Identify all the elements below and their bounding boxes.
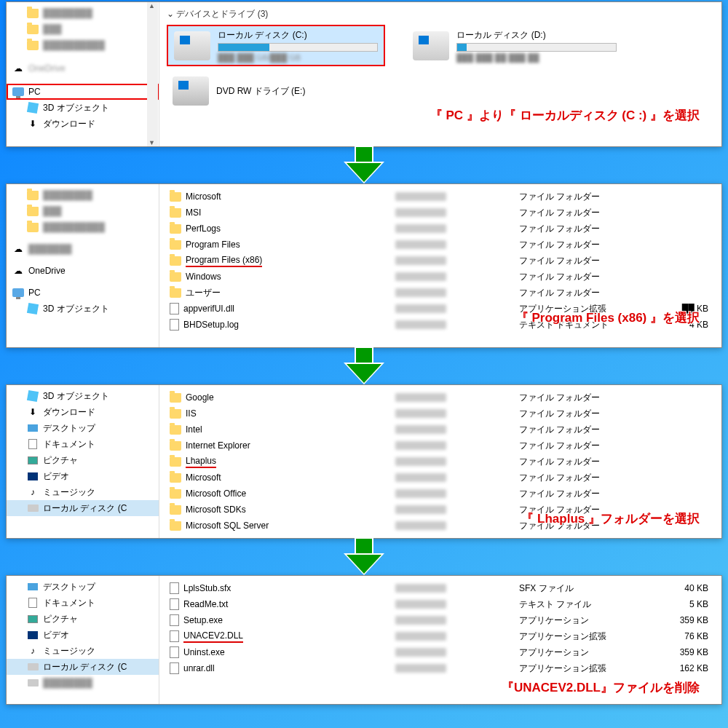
tree-label: ██████████ [43,40,105,50]
cloud-icon: ☁ [12,265,24,277]
folder-icon [170,272,181,282]
folder-row[interactable]: Googleファイル フォルダー [167,389,714,405]
file-date [395,664,519,673]
file-type: ファイル フォルダー [519,191,657,203]
main-pane: Googleファイル フォルダーIISファイル フォルダーIntelファイル フ… [159,385,721,538]
file-row[interactable]: Setup.exeアプリケーション359 KB [167,612,714,628]
tree-item-onedrive[interactable]: ☁OneDrive [7,263,159,279]
tree-item-3d[interactable]: 3D オブジェクト [7,301,159,317]
tree-item-pictures[interactable]: ピクチャ [7,611,159,627]
tree-item[interactable]: ████████ [7,187,159,203]
tree-item[interactable]: ███ [7,203,159,219]
folder-row[interactable]: Lhaplusファイル フォルダー [167,454,714,470]
drive-drive_c[interactable]: ローカル ディスク (C:)███ ███ GB/███ GB [167,25,385,66]
file-date [395,192,519,201]
file-row[interactable]: UNACEV2.DLLアプリケーション拡張76 KB [167,628,714,644]
tree-item[interactable]: ☁███████ [7,241,159,257]
file-row[interactable]: unrar.dllアプリケーション拡張162 KB [167,660,714,676]
file-icon [170,614,179,626]
drive-label: ローカル ディスク (C:) [218,29,378,41]
tree-item-desktop[interactable]: デスクトップ [7,579,159,595]
tree-label: デスクトップ [43,422,95,435]
scrollbar[interactable] [147,2,158,146]
folder-row[interactable]: Program Files (x86)ファイル フォルダー [167,253,714,269]
file-name: Lhaplus [186,456,216,468]
drive-progress [218,43,378,52]
tree-item-pc[interactable]: PC [7,285,159,301]
tree-item[interactable]: ████████ [7,675,159,691]
drive-label: DVD RW ドライブ (E:) [216,85,305,98]
folder-row[interactable]: Program Filesファイル フォルダー [167,237,714,253]
file-date [395,648,519,657]
folder-row[interactable]: MSIファイル フォルダー [167,205,714,221]
folder-row[interactable]: Internet Explorerファイル フォルダー [167,438,714,454]
tree-item-music[interactable]: ♪ミュージック [7,643,159,659]
tree-item-blur[interactable]: ████████ [7,5,159,21]
folder-row[interactable]: IISファイル フォルダー [167,405,714,422]
folder-icon [170,489,181,499]
pc-icon [12,86,24,98]
tree-item-pc[interactable]: PC [7,84,159,100]
dvd-icon [173,76,209,106]
folder-row[interactable]: Intelファイル フォルダー [167,422,714,438]
file-type: ファイル フォルダー [519,472,657,484]
folder-row[interactable]: Microsoft Officeファイル フォルダー [167,486,714,502]
tree-item-3d[interactable]: 3D オブジェクト [7,388,159,404]
section-header[interactable]: ⌄ デバイスとドライブ (3) [167,7,714,25]
folder-icon [27,23,39,35]
file-list: LplsStub.sfxSFX ファイル40 KBReadMe.txtテキスト … [167,580,714,676]
tree-item-desktop[interactable]: デスクトップ [7,420,159,436]
sidebar: デスクトップドキュメントピクチャビデオ♪ミュージックローカル ディスク (C██… [7,576,159,704]
tree-label: ████████ [43,190,92,200]
drive-dvd[interactable]: DVD RW ドライブ (E:) [167,74,714,108]
tree-item-videos[interactable]: ビデオ [7,627,159,643]
tree-item-music[interactable]: ♪ミュージック [7,484,159,500]
tree-item-documents[interactable]: ドキュメント [7,595,159,611]
tree-item-downloads[interactable]: ⬇ダウンロード [7,116,159,132]
music-icon: ♪ [27,486,39,498]
tree-label: ビデオ [43,629,69,641]
file-date [395,208,519,217]
file-type: ファイル フォルダー [519,392,657,404]
file-date [395,393,519,402]
tree-item-3d[interactable]: 3D オブジェクト [7,100,159,116]
pictures-icon [27,454,39,466]
tree-label: ミュージック [43,486,95,499]
file-row[interactable]: Uninst.exeアプリケーション359 KB [167,644,714,660]
folder-icon [170,409,181,419]
folder-icon [170,240,181,250]
tree-item-documents[interactable]: ドキュメント [7,436,159,452]
file-type: ファイル フォルダー [519,223,657,235]
drive-progress [456,43,617,52]
tree-item[interactable]: ██████████ [7,219,159,235]
folder-row[interactable]: ユーザーファイル フォルダー [167,285,714,301]
folder-icon [27,7,39,19]
file-icon [170,662,179,674]
file-icon [170,646,179,658]
file-name: LplsStub.sfx [183,583,231,593]
folder-row[interactable]: Microsoftファイル フォルダー [167,470,714,486]
tree-label: ダウンロード [43,406,95,419]
file-type: ファイル フォルダー [519,271,657,283]
folder-row[interactable]: PerfLogsファイル フォルダー [167,221,714,237]
folder-row[interactable]: Microsoftファイル フォルダー [167,189,714,205]
tree-item-blur[interactable]: ███ [7,21,159,37]
tree-item-local-c[interactable]: ローカル ディスク (C [7,659,159,675]
desktop-icon [27,422,39,434]
file-date [395,425,519,434]
tree-item-blur[interactable]: ██████████ [7,37,159,53]
folder-icon [170,256,181,266]
folder-row[interactable]: Windowsファイル フォルダー [167,269,714,285]
tree-item-local-c[interactable]: ローカル ディスク (C [7,500,159,516]
file-row[interactable]: ReadMe.txtテキスト ファイル5 KB [167,596,714,612]
drive-drive_d[interactable]: ローカル ディスク (D:)███ ███ ██ ███ ██ [407,25,622,66]
tree-item-pictures[interactable]: ピクチャ [7,452,159,468]
file-date [395,441,519,450]
file-row[interactable]: LplsStub.sfxSFX ファイル40 KB [167,580,714,596]
tree-item-downloads[interactable]: ⬇ダウンロード [7,404,159,420]
file-name: Uninst.exe [183,647,225,657]
file-size: 76 KB [657,631,708,641]
file-date [395,489,519,498]
tree-item-onedrive-blur[interactable]: ☁OneDrive [7,60,159,76]
tree-item-videos[interactable]: ビデオ [7,468,159,484]
